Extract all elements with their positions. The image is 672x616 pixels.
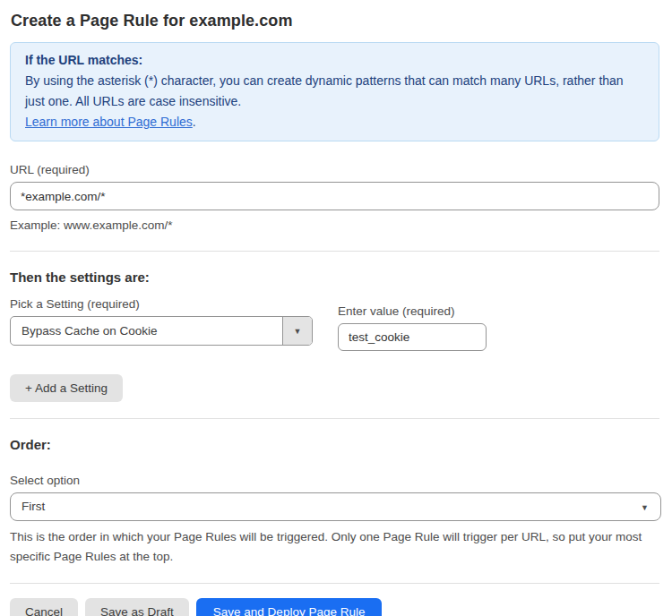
order-select-label: Select option: [10, 474, 659, 487]
order-section-heading: Order:: [10, 437, 659, 452]
enter-value-label: Enter value (required): [338, 304, 487, 318]
add-setting-button[interactable]: + Add a Setting: [10, 374, 123, 402]
footer-divider: [10, 583, 659, 584]
pick-setting-selected-value: Bypass Cache on Cookie: [11, 317, 282, 345]
save-draft-button[interactable]: Save as Draft: [85, 598, 189, 616]
pick-setting-dropdown-button[interactable]: ▼: [282, 317, 312, 345]
pick-setting-label: Pick a Setting (required): [10, 297, 313, 311]
enter-value-column: Enter value (required): [338, 285, 487, 351]
pick-setting-select[interactable]: Bypass Cache on Cookie ▼: [10, 316, 313, 346]
order-selected-value: First: [11, 493, 660, 520]
create-page-rule-form: Create a Page Rule for example.com If th…: [0, 0, 672, 616]
setting-row: Pick a Setting (required) Bypass Cache o…: [10, 285, 659, 351]
url-input[interactable]: [10, 182, 659, 210]
url-match-info-box: If the URL matches: By using the asteris…: [10, 42, 659, 141]
order-select[interactable]: First ▼: [10, 492, 661, 521]
section-divider: [10, 418, 659, 419]
chevron-down-icon: ▼: [641, 503, 649, 512]
settings-section-heading: Then the settings are:: [10, 270, 659, 285]
footer-actions: Cancel Save as Draft Save and Deploy Pag…: [10, 598, 659, 616]
chevron-down-icon: ▼: [294, 327, 302, 336]
learn-more-page-rules-link[interactable]: Learn more about Page Rules: [25, 115, 193, 129]
info-box-heading: If the URL matches:: [25, 50, 644, 71]
pick-setting-column: Pick a Setting (required) Bypass Cache o…: [10, 285, 313, 346]
section-divider: [10, 251, 659, 252]
order-help-text: This is the order in which your Page Rul…: [10, 527, 659, 567]
info-box-link-line: Learn more about Page Rules.: [25, 112, 644, 133]
page-title: Create a Page Rule for example.com: [10, 0, 659, 39]
save-deploy-button[interactable]: Save and Deploy Page Rule: [196, 598, 383, 616]
setting-value-input[interactable]: [338, 323, 487, 351]
url-example-help: Example: www.example.com/*: [10, 216, 659, 235]
link-suffix-period: .: [193, 115, 196, 129]
info-box-body: By using the asterisk (*) character, you…: [25, 71, 644, 112]
cancel-button[interactable]: Cancel: [10, 598, 78, 616]
url-field-label: URL (required): [10, 163, 659, 176]
